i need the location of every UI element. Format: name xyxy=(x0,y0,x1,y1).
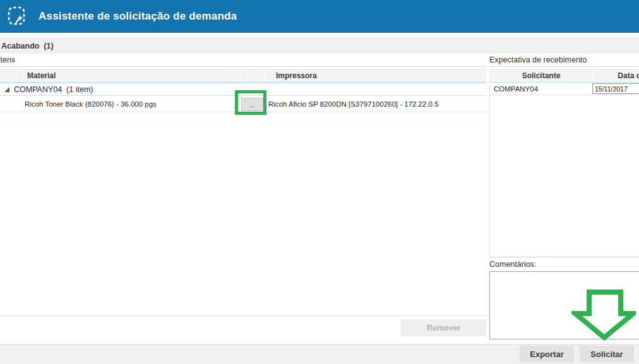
items-section-divider xyxy=(0,66,486,67)
items-header-material[interactable]: Material xyxy=(17,69,229,82)
items-header-action-cell xyxy=(241,69,265,82)
remove-button[interactable]: Remover xyxy=(401,319,486,336)
items-header-indent-cell xyxy=(0,69,17,82)
title-bar: Assistente de solicitação de demanda xyxy=(0,0,639,33)
group-expander-icon[interactable] xyxy=(4,87,9,92)
receipt-row[interactable]: COMPANY04 xyxy=(490,83,639,95)
receipt-requester-text: COMPANY04 xyxy=(490,85,538,93)
items-group-row[interactable]: COMPANY04 (1 item) xyxy=(0,83,486,96)
wizard-icon xyxy=(6,6,28,27)
window-title: Assistente de solicitação de demanda xyxy=(39,10,237,23)
material-browse-button[interactable]: ... xyxy=(241,98,263,111)
receipt-grid-header: Solicitante Data de xyxy=(489,69,639,83)
item-printer-text: Ricoh Aficio SP 8200DN [S3797100260] - 1… xyxy=(268,96,439,112)
group-bar-acabando: Acabando (1) xyxy=(0,38,639,54)
items-header-printer[interactable]: Impressora xyxy=(265,69,486,82)
export-button[interactable]: Exportar xyxy=(520,346,574,362)
receipt-section-divider xyxy=(489,66,639,67)
receipt-header-date[interactable]: Data de xyxy=(594,69,639,82)
receipt-date-input[interactable] xyxy=(592,83,639,94)
group-acabando-label: Acabando (1) xyxy=(0,42,54,50)
receipt-header-requester[interactable]: Solicitante xyxy=(489,69,594,82)
receipt-section-title: Expectativa de recebimento xyxy=(489,56,587,66)
receipt-list-body: COMPANY04 xyxy=(489,83,639,257)
items-header-spacer-cell xyxy=(229,69,241,82)
items-grid-bottom-border xyxy=(0,315,486,316)
comments-label: Comentários: xyxy=(489,260,536,269)
request-button[interactable]: Solicitar xyxy=(580,346,634,362)
item-material-text: Ricoh Toner Black (820076) - 36.000 pgs xyxy=(25,96,157,112)
items-grid-header: Material Impressora xyxy=(0,69,486,83)
comments-textarea[interactable] xyxy=(489,271,639,339)
items-row[interactable]: Ricoh Toner Black (820076) - 36.000 pgs … xyxy=(0,96,486,112)
app-window: { "window": { "title": "Assistente de so… xyxy=(0,0,639,364)
items-group-label: COMPANY04 (1 item) xyxy=(14,85,93,94)
items-section-title: Itens xyxy=(0,56,15,66)
